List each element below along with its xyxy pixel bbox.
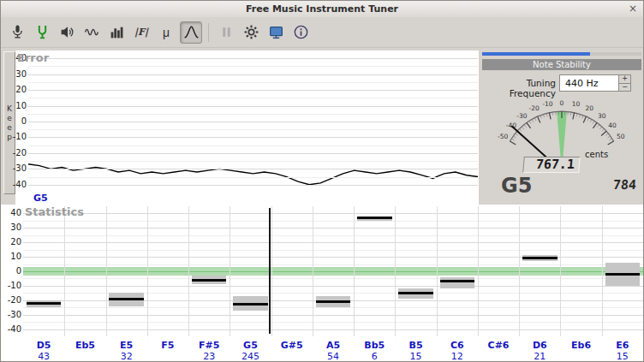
note-count xyxy=(64,351,105,362)
note-median-line xyxy=(233,303,268,306)
cents-unit-label: cents xyxy=(585,150,608,159)
tuning-fork-button[interactable] xyxy=(31,21,53,44)
gauge-minor-tick xyxy=(552,112,553,116)
waveform-icon xyxy=(84,24,100,40)
gauge-minor-tick xyxy=(587,118,589,122)
gridline xyxy=(23,235,643,236)
gauge-minor-tick xyxy=(532,119,534,122)
gridline xyxy=(28,137,478,138)
note-count: 245 xyxy=(230,351,271,362)
column-gridline xyxy=(437,206,438,336)
gauss-curve-icon xyxy=(183,24,200,40)
note-median-line xyxy=(440,280,475,282)
note-stability-header: Note Stability xyxy=(482,59,641,70)
error-ytick: -20 xyxy=(13,149,27,157)
gridline xyxy=(23,250,643,251)
histogram-button[interactable] xyxy=(105,21,128,44)
gauge-minor-tick xyxy=(590,119,592,122)
note-label: C6 xyxy=(437,340,478,351)
stats-note-counts: 43322324554615122115 xyxy=(23,351,643,362)
error-trace xyxy=(28,164,478,185)
note-median-line xyxy=(27,302,62,305)
error-yaxis: 403020100-10-20-30-40 xyxy=(15,50,28,193)
column-gridline xyxy=(271,206,272,336)
gauge-minor-tick xyxy=(593,121,594,123)
note-label: D6 xyxy=(519,340,560,351)
gauge-minor-tick xyxy=(522,127,524,129)
app-window: Free Music Instrument Tuner × xyxy=(0,0,644,362)
pause-icon xyxy=(218,24,235,40)
column-gridline xyxy=(230,206,230,336)
error-ytick: 30 xyxy=(15,70,27,79)
column-gridline xyxy=(519,206,520,336)
speaker-button[interactable] xyxy=(56,21,78,44)
error-ytick: -10 xyxy=(13,133,27,141)
error-current-note: G5 xyxy=(15,193,479,205)
gauge-minor-tick xyxy=(511,139,514,140)
error-ytick: 10 xyxy=(15,102,27,110)
gridline xyxy=(28,106,478,107)
error-chart-title: Error xyxy=(17,51,49,64)
gauge-tick-label: 20 xyxy=(586,104,594,112)
stats-note-labels: D5Eb5E5F5F#5G5G#5A5Bb5B5C6C#6D6Eb6E6 xyxy=(23,340,643,351)
spin-down-button[interactable]: − xyxy=(619,84,630,92)
note-label: C#6 xyxy=(478,340,519,351)
note-reference-frequency: 784 xyxy=(589,177,637,193)
window-title: Free Music Instrument Tuner xyxy=(246,3,398,15)
gauge-minor-tick xyxy=(529,121,531,123)
close-button[interactable]: × xyxy=(629,3,637,15)
note-label: G5 xyxy=(230,340,271,351)
gridline xyxy=(23,315,643,316)
capture-button[interactable] xyxy=(265,21,287,44)
note-whisker xyxy=(269,208,271,334)
settings-button[interactable] xyxy=(240,21,262,44)
gridline xyxy=(28,153,478,154)
gauge-minor-tick xyxy=(582,116,583,119)
waveform-button[interactable] xyxy=(80,21,103,44)
note-label: G#5 xyxy=(271,340,313,351)
gridline xyxy=(23,307,643,308)
statistics-title: Statistics xyxy=(25,205,84,218)
note-stability-panel: Note Stability Tuning Frequency 440 Hz +… xyxy=(479,48,644,205)
column-gridline xyxy=(147,206,148,336)
stats-plot-wrap: 403020100-10-20-30-40 xyxy=(1,206,644,336)
note-median-line xyxy=(605,273,641,276)
gridline xyxy=(28,177,478,178)
gridline xyxy=(28,66,478,67)
gauge-tick-label: -30 xyxy=(516,112,527,120)
gauge-minor-tick xyxy=(524,125,527,128)
gauge-major-tick xyxy=(593,122,597,128)
microphone-button[interactable] xyxy=(6,21,28,44)
note-median-line xyxy=(316,300,351,303)
mu-icon: μ xyxy=(163,26,170,39)
column-gridline xyxy=(560,206,561,336)
tuning-frequency-spinbox[interactable]: 440 Hz + − xyxy=(559,74,631,92)
gauge-minor-tick xyxy=(576,113,577,116)
screen-capture-icon xyxy=(268,24,284,40)
gridline xyxy=(28,98,478,98)
tuning-frequency-value: 440 Hz xyxy=(560,75,618,91)
pause-button[interactable] xyxy=(215,21,237,44)
stats-plot xyxy=(23,206,643,336)
gridline xyxy=(23,264,643,265)
column-gridline xyxy=(602,206,603,336)
stats-ytick: 20 xyxy=(10,238,21,246)
gauge-tick-label: 30 xyxy=(598,112,606,120)
gridline xyxy=(23,322,643,323)
gauge-major-tick xyxy=(601,131,606,135)
gauge-major-tick xyxy=(573,113,575,120)
gauss-curve-button[interactable] xyxy=(180,21,202,44)
note-range-box xyxy=(440,277,475,289)
speaker-icon xyxy=(59,24,75,40)
gridline xyxy=(28,169,478,169)
gauge-minor-tick xyxy=(579,114,580,117)
about-button[interactable] xyxy=(289,21,312,44)
fft-button[interactable]: |F| xyxy=(130,21,152,44)
statistics-mu-button[interactable]: μ xyxy=(155,21,177,44)
stats-yaxis: 403020100-10-20-30-40 xyxy=(1,206,23,336)
gauge-minor-tick xyxy=(599,127,602,129)
gauge-tick-label: 40 xyxy=(608,122,617,129)
note-label: B5 xyxy=(395,340,436,351)
gridline xyxy=(28,82,478,83)
gridline xyxy=(28,58,478,59)
